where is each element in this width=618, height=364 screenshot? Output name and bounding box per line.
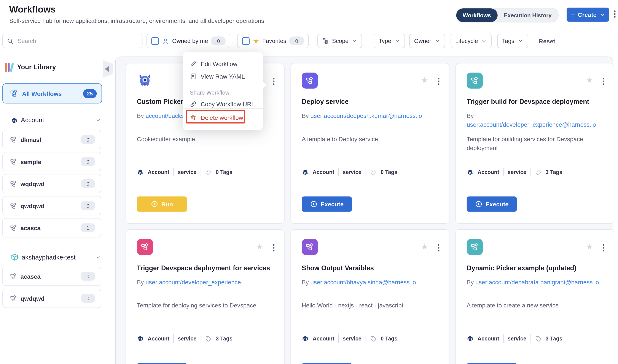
tab-workflows[interactable]: Workflows [456,8,497,22]
execute-button[interactable]: Execute [137,363,187,364]
menu-item-view-raw-yaml[interactable]: View Raw YAML [183,70,263,82]
workflow-tile-icon [137,239,153,255]
execute-button[interactable]: Execute [302,363,352,364]
favorites-filter[interactable]: ★ Favorites 0 [237,34,309,48]
type-label: service [508,169,526,175]
sidebar-item-acasca[interactable]: acasca 0 [2,267,101,286]
chevron-down-icon [435,38,440,44]
sidebar-collapse-button[interactable] [103,60,113,78]
favorite-star-icon[interactable]: ★ [586,75,593,85]
favorite-star-icon[interactable]: ★ [421,75,428,85]
author-link[interactable]: user:account/debabrata.panigrahi@harness… [475,279,599,286]
sidebar-item-acasca[interactable]: acasca 1 [2,218,101,237]
menu-divider [183,86,263,86]
execute-button[interactable]: Execute [467,363,517,364]
workflow-card-title: Dynamic Picker example (updated) [467,264,604,272]
favorites-count: 0 [290,37,304,45]
triangle-left-icon [105,66,109,72]
favorite-star-icon[interactable]: ★ [256,242,263,251]
plus-icon: + [571,11,575,18]
menu-item-edit-workflow[interactable]: Edit Workflow [183,58,263,70]
person-icon [162,38,169,44]
layers-icon [302,169,309,176]
author-link[interactable]: user:account/bhavya.sinha@harness.io [310,279,416,286]
run-button[interactable]: Run [137,196,187,212]
scope-label: Account [313,169,334,175]
sidebar-item-wqdqwd[interactable]: wqdqwd 0 [2,174,101,193]
favorite-star-icon[interactable]: ★ [586,242,593,251]
search-input[interactable] [17,37,138,44]
author-link[interactable]: user:account/developer_experience@harnes… [467,121,596,128]
workflow-tile-icon [302,73,318,89]
tags-label: 3 Tags [546,335,563,341]
tags-label: 0 Tags [216,169,232,175]
workflow-card-meta: Account service 3 Tags [467,168,563,176]
favorite-star-icon[interactable]: ★ [421,242,428,251]
page-kebab-menu[interactable] [614,10,615,17]
sidebar-item-count: 0 [81,179,95,188]
filter-dropdown-tags[interactable]: Tags [497,34,528,48]
workflow-card[interactable]: ★ Dynamic Picker example (updated) By us… [456,229,614,364]
author-link[interactable]: user:account/developer_experience [146,279,241,286]
sidebar-item-sample[interactable]: sample 0 [2,152,101,171]
menu-item-delete-workflow[interactable]: Delete workflow [183,111,263,123]
sidebar-item-qwdqwd[interactable]: qwdqwd 0 [2,289,101,308]
favorites-checkbox[interactable] [242,37,250,45]
tab-execution-history[interactable]: Execution History [497,8,558,22]
filter-dropdown-type[interactable]: Type [374,34,405,48]
filter-dropdown-label: Scope [332,38,348,44]
sidebar-item-label: dkmasl [21,136,77,143]
execute-button[interactable]: Execute [302,196,352,212]
sidebar-item-count: 0 [81,294,95,303]
sidebar-item-all-workflows[interactable]: All Workflows 25 [2,83,102,104]
filter-dropdown-owner[interactable]: Owner [409,34,445,48]
workflow-card[interactable]: ★ Deploy service By user:account/deepesh… [291,63,449,224]
search-icon [7,38,14,44]
create-button[interactable]: + Create [566,8,609,22]
workflow-icon [10,202,17,209]
card-kebab-menu[interactable] [438,244,439,251]
sidebar-item-qwdqwd[interactable]: qwdqwd 0 [2,196,101,215]
view-toggle: WorkflowsExecution History [456,8,559,23]
workflow-card-title: Show Output Varaibles [302,264,439,272]
workflow-card[interactable]: ★ Trigger build for Devspace deployment … [456,63,614,224]
card-kebab-menu[interactable] [438,78,439,85]
workflow-card-description: Cookiecutter example [137,135,274,143]
sidebar-item-count: 0 [81,201,95,210]
chevron-down-icon [518,38,523,44]
filter-dropdown-label: Tags [502,38,514,44]
card-kebab-menu[interactable] [603,78,604,85]
sidebar-item-count: 0 [81,157,95,166]
owned-by-me-checkbox[interactable] [151,37,159,45]
type-label: service [343,169,361,175]
workflow-context-menu: Edit Workflow View Raw YAML Share Workfl… [183,52,263,130]
workflow-card-meta: Account service 0 Tags [137,168,232,176]
library-icon [5,62,13,72]
layers-icon [137,335,144,342]
workflow-icon [10,89,18,97]
workflow-icon [10,136,17,143]
sidebar-item-dkmasl[interactable]: dkmasl 0 [2,130,101,149]
owned-by-me-filter[interactable]: Owned by me 0 [147,34,230,48]
layers-icon [467,169,474,176]
workflow-card[interactable]: ★ Show Output Varaibles By user:account/… [291,229,449,364]
author-link[interactable]: user:account/deepesh.kumar@harness.io [310,112,422,119]
sidebar-group-akshayphadke-test[interactable]: akshayphadke-test [11,253,101,261]
tag-icon [370,169,377,176]
card-kebab-menu[interactable] [273,78,274,85]
author-link[interactable]: account/backs [146,112,184,119]
reset-filters-link[interactable]: Reset [539,38,555,44]
workflow-card-description: Template for deploying services to Devsp… [137,301,274,310]
filter-dropdown-scope[interactable]: Scope [318,34,362,48]
card-kebab-menu[interactable] [603,244,604,251]
card-kebab-menu[interactable] [273,244,274,251]
sidebar-group-Account[interactable]: Account [11,117,101,124]
execute-button[interactable]: Execute [467,196,517,212]
scope-label: Account [148,335,169,341]
workflow-tile-icon [302,239,318,255]
filter-dropdown-lifecycle[interactable]: Lifecycle [451,34,492,48]
workflow-card[interactable]: ★ Trigger Devspace deployment for servic… [126,229,284,364]
menu-divider [183,108,263,109]
search-box[interactable] [2,34,142,48]
sidebar-item-label: qwdqwd [21,295,77,302]
